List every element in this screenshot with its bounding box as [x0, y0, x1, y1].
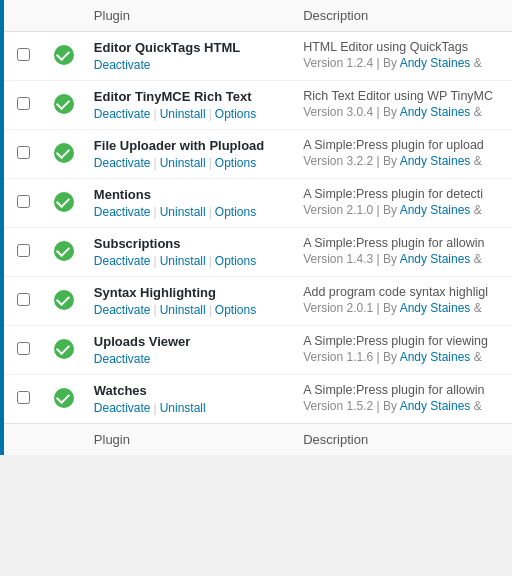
active-status-icon	[54, 94, 74, 114]
action-deactivate-editor-quicktags-html[interactable]: Deactivate	[94, 58, 151, 72]
action-options-mentions[interactable]: Options	[215, 205, 256, 219]
action-options-syntax-highlighting[interactable]: Options	[215, 303, 256, 317]
action-options-subscriptions[interactable]: Options	[215, 254, 256, 268]
row-checkbox-editor-quicktags-html[interactable]	[17, 48, 30, 61]
plugin-actions: Deactivate	[94, 58, 283, 72]
row-checkbox-syntax-highlighting[interactable]	[17, 293, 30, 306]
table-row: Syntax HighlightingDeactivate|Uninstall|…	[4, 277, 512, 326]
plugin-description: Rich Text Editor using WP TinyMC	[303, 89, 502, 103]
footer-plugin-col: Plugin	[84, 424, 293, 456]
action-separator: |	[209, 303, 212, 317]
active-status-icon	[54, 45, 74, 65]
plugin-meta: Version 2.0.1 | By Andy Staines &	[303, 301, 502, 315]
action-separator: |	[154, 303, 157, 317]
row-checkbox-watches[interactable]	[17, 391, 30, 404]
row-checkbox-mentions[interactable]	[17, 195, 30, 208]
row-checkbox-file-uploader-plupload[interactable]	[17, 146, 30, 159]
plugin-meta: Version 3.0.4 | By Andy Staines &	[303, 105, 502, 119]
header-status-col	[44, 0, 84, 32]
action-separator: |	[209, 156, 212, 170]
plugins-table-container: Plugin Description Editor QuickTags HTML…	[0, 0, 512, 455]
table-footer-row: Plugin Description	[4, 424, 512, 456]
action-deactivate-syntax-highlighting[interactable]: Deactivate	[94, 303, 151, 317]
table-header-row: Plugin Description	[4, 0, 512, 32]
table-row: Editor TinyMCE Rich TextDeactivate|Unins…	[4, 81, 512, 130]
action-uninstall-subscriptions[interactable]: Uninstall	[160, 254, 206, 268]
action-deactivate-editor-tinymce-rich-text[interactable]: Deactivate	[94, 107, 151, 121]
table-row: WatchesDeactivate|UninstallA Simple:Pres…	[4, 375, 512, 424]
plugin-author-link[interactable]: Andy Staines	[400, 399, 471, 413]
action-uninstall-file-uploader-plupload[interactable]: Uninstall	[160, 156, 206, 170]
action-uninstall-watches[interactable]: Uninstall	[160, 401, 206, 415]
plugin-meta: Version 1.4.3 | By Andy Staines &	[303, 252, 502, 266]
action-deactivate-file-uploader-plupload[interactable]: Deactivate	[94, 156, 151, 170]
action-deactivate-uploads-viewer[interactable]: Deactivate	[94, 352, 151, 366]
plugin-name: Subscriptions	[94, 236, 283, 251]
action-separator: |	[209, 107, 212, 121]
footer-check-col	[4, 424, 44, 456]
plugin-name: Syntax Highlighting	[94, 285, 283, 300]
active-status-icon	[54, 388, 74, 408]
action-separator: |	[154, 205, 157, 219]
plugin-actions: Deactivate|Uninstall|Options	[94, 205, 283, 219]
plugin-name: Uploads Viewer	[94, 334, 283, 349]
plugin-actions: Deactivate|Uninstall	[94, 401, 283, 415]
header-description-col: Description	[293, 0, 512, 32]
plugin-description: HTML Editor using QuickTags	[303, 40, 502, 54]
header-plugin-col: Plugin	[84, 0, 293, 32]
plugin-meta: Version 3.2.2 | By Andy Staines &	[303, 154, 502, 168]
plugin-author-link[interactable]: Andy Staines	[400, 56, 471, 70]
action-deactivate-mentions[interactable]: Deactivate	[94, 205, 151, 219]
plugin-name: Watches	[94, 383, 283, 398]
plugin-description: Add program code syntax highligl	[303, 285, 502, 299]
active-status-icon	[54, 290, 74, 310]
plugins-table: Plugin Description Editor QuickTags HTML…	[4, 0, 512, 455]
plugin-meta: Version 1.5.2 | By Andy Staines &	[303, 399, 502, 413]
action-uninstall-mentions[interactable]: Uninstall	[160, 205, 206, 219]
action-deactivate-subscriptions[interactable]: Deactivate	[94, 254, 151, 268]
footer-description-col: Description	[293, 424, 512, 456]
action-separator: |	[154, 107, 157, 121]
table-row: MentionsDeactivate|Uninstall|OptionsA Si…	[4, 179, 512, 228]
plugin-name: Mentions	[94, 187, 283, 202]
plugin-name: Editor TinyMCE Rich Text	[94, 89, 283, 104]
plugin-meta: Version 2.1.0 | By Andy Staines &	[303, 203, 502, 217]
plugin-author-link[interactable]: Andy Staines	[400, 301, 471, 315]
active-status-icon	[54, 143, 74, 163]
plugin-actions: Deactivate|Uninstall|Options	[94, 156, 283, 170]
action-uninstall-editor-tinymce-rich-text[interactable]: Uninstall	[160, 107, 206, 121]
plugin-author-link[interactable]: Andy Staines	[400, 105, 471, 119]
plugin-actions: Deactivate	[94, 352, 283, 366]
table-row: Editor QuickTags HTMLDeactivateHTML Edit…	[4, 32, 512, 81]
footer-status-col	[44, 424, 84, 456]
plugin-name: Editor QuickTags HTML	[94, 40, 283, 55]
plugin-description: A Simple:Press plugin for upload	[303, 138, 502, 152]
row-checkbox-uploads-viewer[interactable]	[17, 342, 30, 355]
plugin-description: A Simple:Press plugin for allowin	[303, 236, 502, 250]
plugin-author-link[interactable]: Andy Staines	[400, 203, 471, 217]
table-row: Uploads ViewerDeactivateA Simple:Press p…	[4, 326, 512, 375]
plugin-author-link[interactable]: Andy Staines	[400, 350, 471, 364]
plugin-description: A Simple:Press plugin for allowin	[303, 383, 502, 397]
action-separator: |	[209, 205, 212, 219]
header-check-col	[4, 0, 44, 32]
active-status-icon	[54, 192, 74, 212]
plugin-description: A Simple:Press plugin for viewing	[303, 334, 502, 348]
row-checkbox-subscriptions[interactable]	[17, 244, 30, 257]
plugin-name: File Uploader with Plupload	[94, 138, 283, 153]
plugin-actions: Deactivate|Uninstall|Options	[94, 303, 283, 317]
plugin-meta: Version 1.2.4 | By Andy Staines &	[303, 56, 502, 70]
plugin-meta: Version 1.1.6 | By Andy Staines &	[303, 350, 502, 364]
plugin-author-link[interactable]: Andy Staines	[400, 154, 471, 168]
row-checkbox-editor-tinymce-rich-text[interactable]	[17, 97, 30, 110]
action-uninstall-syntax-highlighting[interactable]: Uninstall	[160, 303, 206, 317]
action-separator: |	[154, 254, 157, 268]
action-options-editor-tinymce-rich-text[interactable]: Options	[215, 107, 256, 121]
plugin-author-link[interactable]: Andy Staines	[400, 252, 471, 266]
active-status-icon	[54, 339, 74, 359]
action-deactivate-watches[interactable]: Deactivate	[94, 401, 151, 415]
table-row: File Uploader with PluploadDeactivate|Un…	[4, 130, 512, 179]
action-separator: |	[154, 156, 157, 170]
action-options-file-uploader-plupload[interactable]: Options	[215, 156, 256, 170]
active-status-icon	[54, 241, 74, 261]
